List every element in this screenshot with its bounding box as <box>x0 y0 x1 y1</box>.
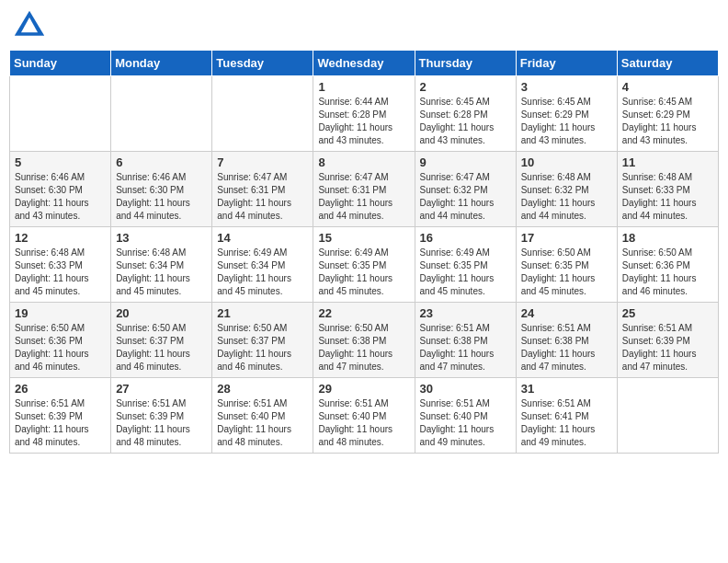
day-info: Sunrise: 6:51 AM Sunset: 6:41 PM Dayligh… <box>521 397 612 449</box>
calendar-day-cell: 19Sunrise: 6:50 AM Sunset: 6:36 PM Dayli… <box>10 303 111 378</box>
calendar-day-cell: 15Sunrise: 6:49 AM Sunset: 6:35 PM Dayli… <box>313 227 415 303</box>
day-of-week-header: Thursday <box>415 51 516 76</box>
calendar-week-row: 26Sunrise: 6:51 AM Sunset: 6:39 PM Dayli… <box>10 378 719 454</box>
day-number: 31 <box>521 382 612 396</box>
day-number: 13 <box>116 231 207 245</box>
day-number: 28 <box>217 382 308 396</box>
day-info: Sunrise: 6:49 AM Sunset: 6:35 PM Dayligh… <box>420 247 511 298</box>
day-info: Sunrise: 6:50 AM Sunset: 6:36 PM Dayligh… <box>15 322 106 373</box>
day-number: 9 <box>420 155 511 169</box>
calendar-day-cell: 4Sunrise: 6:45 AM Sunset: 6:29 PM Daylig… <box>617 76 718 152</box>
calendar-day-cell: 27Sunrise: 6:51 AM Sunset: 6:39 PM Dayli… <box>111 378 212 454</box>
day-info: Sunrise: 6:51 AM Sunset: 6:38 PM Dayligh… <box>521 322 612 373</box>
day-of-week-header: Wednesday <box>313 51 415 76</box>
calendar-header-row: SundayMondayTuesdayWednesdayThursdayFrid… <box>10 51 719 76</box>
day-info: Sunrise: 6:51 AM Sunset: 6:39 PM Dayligh… <box>15 397 106 449</box>
logo-icon <box>13 9 46 42</box>
calendar-day-cell: 29Sunrise: 6:51 AM Sunset: 6:40 PM Dayli… <box>313 378 415 454</box>
day-number: 17 <box>521 231 612 245</box>
day-of-week-header: Tuesday <box>212 51 313 76</box>
day-info: Sunrise: 6:47 AM Sunset: 6:31 PM Dayligh… <box>217 171 308 223</box>
calendar-day-cell <box>10 76 111 152</box>
calendar-table: SundayMondayTuesdayWednesdayThursdayFrid… <box>9 50 719 454</box>
day-info: Sunrise: 6:48 AM Sunset: 6:34 PM Dayligh… <box>116 247 207 298</box>
day-info: Sunrise: 6:51 AM Sunset: 6:39 PM Dayligh… <box>116 397 207 449</box>
day-number: 3 <box>521 80 612 94</box>
calendar-day-cell: 10Sunrise: 6:48 AM Sunset: 6:32 PM Dayli… <box>516 152 617 227</box>
calendar-week-row: 12Sunrise: 6:48 AM Sunset: 6:33 PM Dayli… <box>10 227 719 303</box>
calendar-day-cell: 14Sunrise: 6:49 AM Sunset: 6:34 PM Dayli… <box>212 227 313 303</box>
day-number: 4 <box>622 80 713 94</box>
calendar-week-row: 1Sunrise: 6:44 AM Sunset: 6:28 PM Daylig… <box>10 76 719 152</box>
day-info: Sunrise: 6:48 AM Sunset: 6:32 PM Dayligh… <box>521 171 612 223</box>
day-info: Sunrise: 6:49 AM Sunset: 6:35 PM Dayligh… <box>318 247 409 298</box>
day-info: Sunrise: 6:47 AM Sunset: 6:31 PM Dayligh… <box>318 171 409 223</box>
day-info: Sunrise: 6:50 AM Sunset: 6:37 PM Dayligh… <box>116 322 207 373</box>
calendar-day-cell: 30Sunrise: 6:51 AM Sunset: 6:40 PM Dayli… <box>415 378 516 454</box>
calendar-day-cell: 21Sunrise: 6:50 AM Sunset: 6:37 PM Dayli… <box>212 303 313 378</box>
calendar-day-cell: 16Sunrise: 6:49 AM Sunset: 6:35 PM Dayli… <box>415 227 516 303</box>
day-number: 11 <box>622 155 713 169</box>
day-info: Sunrise: 6:51 AM Sunset: 6:38 PM Dayligh… <box>420 322 511 373</box>
day-of-week-header: Sunday <box>10 51 111 76</box>
calendar-day-cell: 25Sunrise: 6:51 AM Sunset: 6:39 PM Dayli… <box>617 303 718 378</box>
day-info: Sunrise: 6:48 AM Sunset: 6:33 PM Dayligh… <box>622 171 713 223</box>
day-number: 12 <box>15 231 106 245</box>
day-info: Sunrise: 6:51 AM Sunset: 6:40 PM Dayligh… <box>318 397 409 449</box>
day-number: 10 <box>521 155 612 169</box>
day-info: Sunrise: 6:50 AM Sunset: 6:38 PM Dayligh… <box>318 322 409 373</box>
calendar-day-cell: 7Sunrise: 6:47 AM Sunset: 6:31 PM Daylig… <box>212 152 313 227</box>
day-of-week-header: Saturday <box>617 51 718 76</box>
day-number: 5 <box>15 155 106 169</box>
calendar-day-cell: 3Sunrise: 6:45 AM Sunset: 6:29 PM Daylig… <box>516 76 617 152</box>
calendar-day-cell <box>617 378 718 454</box>
day-info: Sunrise: 6:44 AM Sunset: 6:28 PM Dayligh… <box>318 96 409 147</box>
day-number: 7 <box>217 155 308 169</box>
day-info: Sunrise: 6:50 AM Sunset: 6:37 PM Dayligh… <box>217 322 308 373</box>
day-of-week-header: Friday <box>516 51 617 76</box>
day-number: 30 <box>420 382 511 396</box>
calendar-day-cell: 28Sunrise: 6:51 AM Sunset: 6:40 PM Dayli… <box>212 378 313 454</box>
day-info: Sunrise: 6:51 AM Sunset: 6:40 PM Dayligh… <box>420 397 511 449</box>
calendar-day-cell: 20Sunrise: 6:50 AM Sunset: 6:37 PM Dayli… <box>111 303 212 378</box>
day-info: Sunrise: 6:45 AM Sunset: 6:28 PM Dayligh… <box>420 96 511 147</box>
day-number: 23 <box>420 306 511 320</box>
calendar-day-cell: 23Sunrise: 6:51 AM Sunset: 6:38 PM Dayli… <box>415 303 516 378</box>
calendar-day-cell: 11Sunrise: 6:48 AM Sunset: 6:33 PM Dayli… <box>617 152 718 227</box>
day-number: 18 <box>622 231 713 245</box>
day-number: 25 <box>622 306 713 320</box>
day-info: Sunrise: 6:51 AM Sunset: 6:39 PM Dayligh… <box>622 322 713 373</box>
calendar-day-cell: 8Sunrise: 6:47 AM Sunset: 6:31 PM Daylig… <box>313 152 415 227</box>
day-number: 14 <box>217 231 308 245</box>
calendar-day-cell: 18Sunrise: 6:50 AM Sunset: 6:36 PM Dayli… <box>617 227 718 303</box>
calendar-day-cell: 26Sunrise: 6:51 AM Sunset: 6:39 PM Dayli… <box>10 378 111 454</box>
day-number: 21 <box>217 306 308 320</box>
calendar-day-cell: 12Sunrise: 6:48 AM Sunset: 6:33 PM Dayli… <box>10 227 111 303</box>
calendar-day-cell: 17Sunrise: 6:50 AM Sunset: 6:35 PM Dayli… <box>516 227 617 303</box>
day-number: 26 <box>15 382 106 396</box>
calendar-day-cell: 5Sunrise: 6:46 AM Sunset: 6:30 PM Daylig… <box>10 152 111 227</box>
day-number: 6 <box>116 155 207 169</box>
calendar-day-cell: 13Sunrise: 6:48 AM Sunset: 6:34 PM Dayli… <box>111 227 212 303</box>
calendar-week-row: 19Sunrise: 6:50 AM Sunset: 6:36 PM Dayli… <box>10 303 719 378</box>
logo <box>13 9 50 42</box>
calendar-week-row: 5Sunrise: 6:46 AM Sunset: 6:30 PM Daylig… <box>10 152 719 227</box>
page-header <box>9 9 719 42</box>
day-number: 27 <box>116 382 207 396</box>
day-number: 16 <box>420 231 511 245</box>
day-number: 20 <box>116 306 207 320</box>
calendar-day-cell: 31Sunrise: 6:51 AM Sunset: 6:41 PM Dayli… <box>516 378 617 454</box>
calendar-day-cell: 9Sunrise: 6:47 AM Sunset: 6:32 PM Daylig… <box>415 152 516 227</box>
calendar-day-cell: 1Sunrise: 6:44 AM Sunset: 6:28 PM Daylig… <box>313 76 415 152</box>
calendar-day-cell <box>212 76 313 152</box>
day-of-week-header: Monday <box>111 51 212 76</box>
calendar-day-cell: 2Sunrise: 6:45 AM Sunset: 6:28 PM Daylig… <box>415 76 516 152</box>
calendar-day-cell <box>111 76 212 152</box>
day-number: 8 <box>318 155 409 169</box>
day-info: Sunrise: 6:45 AM Sunset: 6:29 PM Dayligh… <box>622 96 713 147</box>
day-number: 2 <box>420 80 511 94</box>
day-info: Sunrise: 6:45 AM Sunset: 6:29 PM Dayligh… <box>521 96 612 147</box>
day-info: Sunrise: 6:50 AM Sunset: 6:36 PM Dayligh… <box>622 247 713 298</box>
calendar-day-cell: 24Sunrise: 6:51 AM Sunset: 6:38 PM Dayli… <box>516 303 617 378</box>
day-info: Sunrise: 6:48 AM Sunset: 6:33 PM Dayligh… <box>15 247 106 298</box>
